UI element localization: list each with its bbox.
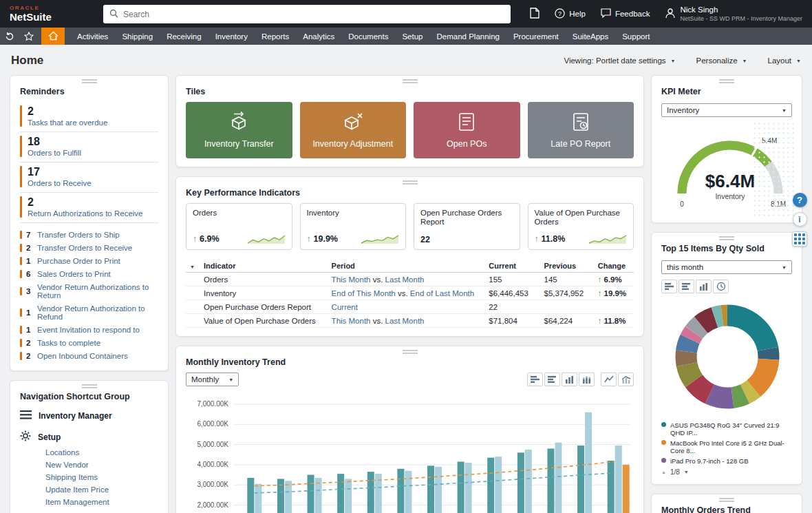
search-input[interactable] (123, 10, 504, 19)
top15-donut-chart[interactable] (661, 297, 792, 417)
nav-item-receiving[interactable]: Receiving (160, 28, 209, 45)
kpi-card-open-purchase-orders-report[interactable]: Open Purchase Orders Report22 (414, 203, 520, 250)
reminder-link[interactable]: Tasks that are overdue (28, 118, 107, 127)
kpi-table-row[interactable]: Open Purchase Orders ReportCurrent22 (186, 300, 634, 314)
legend-item[interactable]: MacBook Pro Intel Core i5 2 GHz Dual-Cor… (661, 438, 792, 456)
chart-type-stacked-hbar-button[interactable] (527, 373, 543, 386)
nav-item-documents[interactable]: Documents (341, 28, 395, 45)
global-search[interactable] (103, 5, 511, 23)
kpi-table-row[interactable]: Value of Open Purchase OrdersThis Month … (186, 314, 634, 328)
reminder-link[interactable]: Vendor Return Authorization to Refund (37, 304, 158, 321)
nav-item-demand-planning[interactable]: Demand Planning (430, 28, 506, 45)
shortcuts-star-icon[interactable] (19, 28, 39, 45)
reminder-item[interactable]: 6Sales Orders to Print (20, 267, 158, 280)
create-new-button[interactable] (530, 8, 539, 20)
nav-item-support[interactable]: Support (615, 28, 656, 45)
chart-type-stacked-hbar-button[interactable] (661, 280, 677, 293)
tile-inventory-transfer[interactable]: Inventory Transfer (186, 102, 292, 158)
period-link[interactable]: Current (332, 303, 358, 311)
nav-item-setup[interactable]: Setup (395, 28, 429, 45)
help-bubble-button[interactable]: ? (793, 193, 807, 207)
kpi-meter-metric-select[interactable]: Inventory ▼ (661, 103, 792, 117)
portlet-drag-handle[interactable] (82, 384, 97, 388)
tile-open-pos[interactable]: Open POs (414, 102, 520, 158)
chart-type-column-button[interactable] (562, 373, 577, 386)
top15-period-select[interactable]: this month ▼ (661, 260, 792, 274)
reminder-link[interactable]: Vendor Return Authorizations to Return (37, 283, 158, 300)
reminder-headline[interactable]: 17Orders to Receive (20, 163, 158, 193)
period-link[interactable]: Last Month (385, 317, 425, 325)
user-menu[interactable]: Nick Singh NetSuite - SS WD PRM - Invent… (665, 6, 802, 23)
period-link[interactable]: End of Last Month (410, 289, 474, 297)
reminder-item[interactable]: 2Transfer Orders to Receive (20, 241, 158, 254)
chart-type-clock-button[interactable] (713, 280, 729, 293)
personalize-dropdown[interactable]: Personalize ▼ (696, 56, 747, 65)
kpi-table-row[interactable]: OrdersThis Month vs. Last Month155145↑6.… (186, 273, 634, 286)
interval-select[interactable]: Monthly ▼ (186, 373, 239, 386)
reminder-headline[interactable]: 2Tasks that are overdue (20, 102, 158, 132)
nav-item-procurement[interactable]: Procurement (506, 28, 566, 45)
reminder-link[interactable]: Orders to Receive (28, 179, 92, 187)
nav-item-inventory[interactable]: Inventory (209, 28, 255, 45)
shortcut-group-header[interactable]: Setup (20, 430, 158, 443)
app-grid-button[interactable] (792, 231, 807, 247)
tile-late-po-report[interactable]: Late PO Report (528, 102, 634, 158)
chart-type-hbar-button[interactable] (544, 373, 560, 386)
reminder-link[interactable]: Open Inbound Containers (37, 352, 128, 360)
reminder-link[interactable]: Transfer Orders to Ship (37, 231, 120, 239)
chart-type-stacked-column-button[interactable] (579, 373, 595, 386)
portlet-drag-handle[interactable] (719, 79, 734, 83)
portlet-drag-handle[interactable] (403, 350, 418, 354)
viewing-dropdown[interactable]: Viewing: Portlet date settings ▼ (564, 56, 675, 65)
kpi-card-inventory[interactable]: Inventory↑19.9% (300, 203, 407, 250)
legend-item[interactable]: ASUS PG348Q RoG 34" Curved 21:9 QHD IP..… (661, 420, 792, 438)
info-button[interactable]: i (793, 212, 807, 227)
shortcut-link-new-vendor[interactable]: New Vendor (45, 461, 158, 469)
shortcut-link-update-item-price[interactable]: Update Item Price (45, 485, 158, 494)
inventory-trend-chart[interactable]: 7,000.00K6,000.00K5,000.00K4,000.00K3,00… (186, 392, 634, 513)
chart-type-hbar-button[interactable] (679, 280, 694, 293)
period-link[interactable]: This Month (332, 275, 371, 284)
nav-item-reports[interactable]: Reports (255, 28, 296, 45)
period-link[interactable]: Last Month (385, 275, 425, 284)
chart-type-combo-button[interactable] (618, 373, 634, 386)
feedback-button[interactable]: Feedback (601, 8, 650, 19)
reminder-link[interactable]: Transfer Orders to Receive (37, 244, 132, 252)
shortcut-link-item-management[interactable]: Item Management (45, 498, 158, 506)
help-button[interactable]: ? Help (555, 8, 586, 20)
portlet-drag-handle[interactable] (719, 498, 734, 502)
tile-inventory-adjustment[interactable]: Inventory Adjustment (300, 102, 407, 158)
reminder-item[interactable]: 1Event Invitation to respond to (20, 323, 158, 336)
netsuite-logo[interactable]: ORACLE NetSuite (10, 6, 52, 22)
reminder-link[interactable]: Purchase Order to Print (37, 257, 120, 265)
kpi-card-value-of-open-purchase-orders[interactable]: Value of Open Purchase Orders↑11.8% (528, 203, 634, 250)
reminder-link[interactable]: Event Invitation to respond to (37, 326, 140, 334)
recent-records-icon[interactable] (0, 28, 19, 45)
kpi-table-options[interactable]: ▼ (186, 260, 200, 273)
nav-item-activities[interactable]: Activities (70, 28, 115, 45)
nav-item-analytics[interactable]: Analytics (296, 28, 341, 45)
period-link[interactable]: End of This Month (332, 289, 396, 297)
reminder-link[interactable]: Tasks to complete (37, 339, 100, 347)
shortcut-group-header[interactable]: Inventory Manager (20, 410, 158, 421)
pager-up-icon[interactable]: ▲ (661, 470, 666, 474)
reminder-item[interactable]: 7Transfer Orders to Ship (20, 228, 158, 241)
portlet-drag-handle[interactable] (82, 79, 97, 83)
layout-dropdown[interactable]: Layout ▼ (768, 56, 801, 65)
legend-item[interactable]: iPad Pro 9.7-inch - 128 GB (661, 456, 792, 466)
kpi-card-orders[interactable]: Orders↑6.9% (186, 203, 292, 250)
reminder-item[interactable]: 3Vendor Return Authorizations to Return (20, 280, 158, 302)
reminder-headline[interactable]: 18Orders to Fulfill (20, 132, 158, 163)
kpi-table-row[interactable]: InventoryEnd of This Month vs. End of La… (186, 286, 634, 300)
shortcut-link-shipping-items[interactable]: Shipping Items (45, 473, 158, 481)
reminder-item[interactable]: 2Tasks to complete (20, 336, 158, 349)
reminder-link[interactable]: Return Authorizations to Receive (28, 209, 142, 218)
home-tab[interactable] (41, 28, 65, 45)
nav-item-suiteapps[interactable]: SuiteApps (566, 28, 615, 45)
reminder-headline[interactable]: 2Return Authorizations to Receive (20, 193, 158, 223)
portlet-drag-handle[interactable] (403, 79, 418, 83)
nav-item-shipping[interactable]: Shipping (115, 28, 160, 45)
period-link[interactable]: This Month (332, 317, 371, 325)
portlet-drag-handle[interactable] (403, 180, 418, 185)
reminder-item[interactable]: 2Open Inbound Containers (20, 349, 158, 362)
